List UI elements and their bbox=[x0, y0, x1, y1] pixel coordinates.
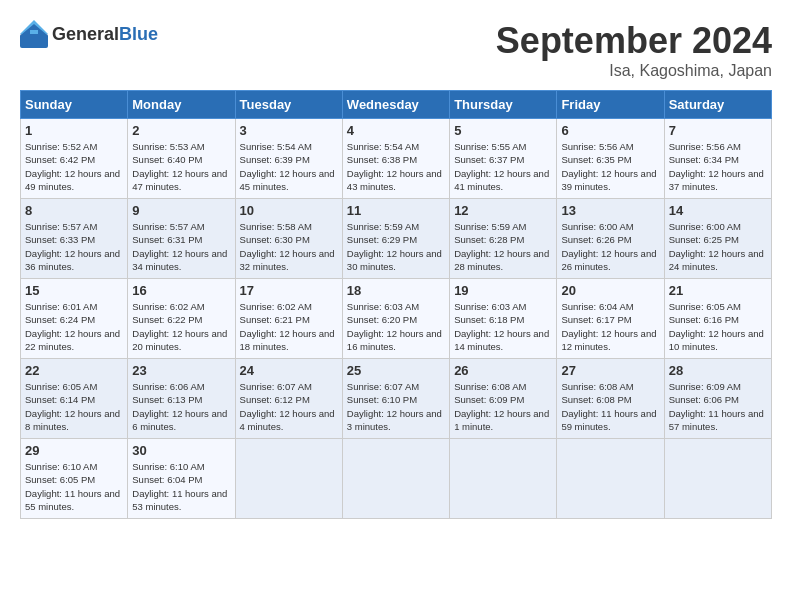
logo-general-text: General bbox=[52, 24, 119, 44]
calendar-header-row: SundayMondayTuesdayWednesdayThursdayFrid… bbox=[21, 91, 772, 119]
calendar-cell bbox=[557, 439, 664, 519]
calendar-cell: 19Sunrise: 6:03 AM Sunset: 6:18 PM Dayli… bbox=[450, 279, 557, 359]
day-info: Sunrise: 5:59 AM Sunset: 6:28 PM Dayligh… bbox=[454, 220, 552, 273]
calendar-cell: 8Sunrise: 5:57 AM Sunset: 6:33 PM Daylig… bbox=[21, 199, 128, 279]
calendar-cell: 25Sunrise: 6:07 AM Sunset: 6:10 PM Dayli… bbox=[342, 359, 449, 439]
calendar-cell: 20Sunrise: 6:04 AM Sunset: 6:17 PM Dayli… bbox=[557, 279, 664, 359]
calendar-cell: 14Sunrise: 6:00 AM Sunset: 6:25 PM Dayli… bbox=[664, 199, 771, 279]
day-info: Sunrise: 6:03 AM Sunset: 6:18 PM Dayligh… bbox=[454, 300, 552, 353]
day-info: Sunrise: 6:00 AM Sunset: 6:25 PM Dayligh… bbox=[669, 220, 767, 273]
calendar-cell: 27Sunrise: 6:08 AM Sunset: 6:08 PM Dayli… bbox=[557, 359, 664, 439]
day-number: 6 bbox=[561, 123, 659, 138]
day-info: Sunrise: 6:05 AM Sunset: 6:16 PM Dayligh… bbox=[669, 300, 767, 353]
calendar-cell: 29Sunrise: 6:10 AM Sunset: 6:05 PM Dayli… bbox=[21, 439, 128, 519]
header-day-wednesday: Wednesday bbox=[342, 91, 449, 119]
calendar-cell: 2Sunrise: 5:53 AM Sunset: 6:40 PM Daylig… bbox=[128, 119, 235, 199]
day-info: Sunrise: 5:57 AM Sunset: 6:33 PM Dayligh… bbox=[25, 220, 123, 273]
day-number: 26 bbox=[454, 363, 552, 378]
logo-blue-text: Blue bbox=[119, 24, 158, 44]
calendar-cell: 4Sunrise: 5:54 AM Sunset: 6:38 PM Daylig… bbox=[342, 119, 449, 199]
day-info: Sunrise: 6:06 AM Sunset: 6:13 PM Dayligh… bbox=[132, 380, 230, 433]
day-info: Sunrise: 5:58 AM Sunset: 6:30 PM Dayligh… bbox=[240, 220, 338, 273]
day-number: 2 bbox=[132, 123, 230, 138]
day-number: 12 bbox=[454, 203, 552, 218]
day-info: Sunrise: 5:56 AM Sunset: 6:35 PM Dayligh… bbox=[561, 140, 659, 193]
calendar-cell: 10Sunrise: 5:58 AM Sunset: 6:30 PM Dayli… bbox=[235, 199, 342, 279]
calendar-cell: 22Sunrise: 6:05 AM Sunset: 6:14 PM Dayli… bbox=[21, 359, 128, 439]
day-number: 23 bbox=[132, 363, 230, 378]
calendar-cell: 21Sunrise: 6:05 AM Sunset: 6:16 PM Dayli… bbox=[664, 279, 771, 359]
title-area: September 2024 Isa, Kagoshima, Japan bbox=[496, 20, 772, 80]
day-info: Sunrise: 6:01 AM Sunset: 6:24 PM Dayligh… bbox=[25, 300, 123, 353]
calendar-cell bbox=[235, 439, 342, 519]
day-info: Sunrise: 5:59 AM Sunset: 6:29 PM Dayligh… bbox=[347, 220, 445, 273]
day-info: Sunrise: 5:54 AM Sunset: 6:38 PM Dayligh… bbox=[347, 140, 445, 193]
logo: GeneralBlue bbox=[20, 20, 158, 48]
day-number: 14 bbox=[669, 203, 767, 218]
day-number: 17 bbox=[240, 283, 338, 298]
day-number: 19 bbox=[454, 283, 552, 298]
calendar-week-row: 29Sunrise: 6:10 AM Sunset: 6:05 PM Dayli… bbox=[21, 439, 772, 519]
svg-rect-0 bbox=[20, 34, 48, 48]
day-number: 20 bbox=[561, 283, 659, 298]
day-number: 7 bbox=[669, 123, 767, 138]
day-info: Sunrise: 5:55 AM Sunset: 6:37 PM Dayligh… bbox=[454, 140, 552, 193]
header-day-sunday: Sunday bbox=[21, 91, 128, 119]
calendar-cell: 1Sunrise: 5:52 AM Sunset: 6:42 PM Daylig… bbox=[21, 119, 128, 199]
day-number: 13 bbox=[561, 203, 659, 218]
calendar-week-row: 1Sunrise: 5:52 AM Sunset: 6:42 PM Daylig… bbox=[21, 119, 772, 199]
day-info: Sunrise: 6:05 AM Sunset: 6:14 PM Dayligh… bbox=[25, 380, 123, 433]
calendar-cell bbox=[450, 439, 557, 519]
calendar-cell: 17Sunrise: 6:02 AM Sunset: 6:21 PM Dayli… bbox=[235, 279, 342, 359]
day-info: Sunrise: 6:10 AM Sunset: 6:05 PM Dayligh… bbox=[25, 460, 123, 513]
day-number: 15 bbox=[25, 283, 123, 298]
day-info: Sunrise: 6:10 AM Sunset: 6:04 PM Dayligh… bbox=[132, 460, 230, 513]
day-info: Sunrise: 6:08 AM Sunset: 6:08 PM Dayligh… bbox=[561, 380, 659, 433]
day-number: 25 bbox=[347, 363, 445, 378]
day-info: Sunrise: 5:52 AM Sunset: 6:42 PM Dayligh… bbox=[25, 140, 123, 193]
day-number: 18 bbox=[347, 283, 445, 298]
calendar-cell: 9Sunrise: 5:57 AM Sunset: 6:31 PM Daylig… bbox=[128, 199, 235, 279]
day-number: 28 bbox=[669, 363, 767, 378]
calendar-cell: 16Sunrise: 6:02 AM Sunset: 6:22 PM Dayli… bbox=[128, 279, 235, 359]
day-number: 16 bbox=[132, 283, 230, 298]
calendar-table: SundayMondayTuesdayWednesdayThursdayFrid… bbox=[20, 90, 772, 519]
calendar-week-row: 15Sunrise: 6:01 AM Sunset: 6:24 PM Dayli… bbox=[21, 279, 772, 359]
header-day-monday: Monday bbox=[128, 91, 235, 119]
location-title: Isa, Kagoshima, Japan bbox=[496, 62, 772, 80]
calendar-cell: 15Sunrise: 6:01 AM Sunset: 6:24 PM Dayli… bbox=[21, 279, 128, 359]
day-number: 24 bbox=[240, 363, 338, 378]
day-info: Sunrise: 5:57 AM Sunset: 6:31 PM Dayligh… bbox=[132, 220, 230, 273]
calendar-cell: 18Sunrise: 6:03 AM Sunset: 6:20 PM Dayli… bbox=[342, 279, 449, 359]
day-info: Sunrise: 6:07 AM Sunset: 6:12 PM Dayligh… bbox=[240, 380, 338, 433]
calendar-cell: 12Sunrise: 5:59 AM Sunset: 6:28 PM Dayli… bbox=[450, 199, 557, 279]
calendar-cell: 26Sunrise: 6:08 AM Sunset: 6:09 PM Dayli… bbox=[450, 359, 557, 439]
day-info: Sunrise: 5:53 AM Sunset: 6:40 PM Dayligh… bbox=[132, 140, 230, 193]
calendar-cell bbox=[342, 439, 449, 519]
calendar-cell: 7Sunrise: 5:56 AM Sunset: 6:34 PM Daylig… bbox=[664, 119, 771, 199]
day-number: 29 bbox=[25, 443, 123, 458]
logo-icon bbox=[20, 20, 48, 48]
day-info: Sunrise: 6:03 AM Sunset: 6:20 PM Dayligh… bbox=[347, 300, 445, 353]
header-day-saturday: Saturday bbox=[664, 91, 771, 119]
calendar-cell: 24Sunrise: 6:07 AM Sunset: 6:12 PM Dayli… bbox=[235, 359, 342, 439]
calendar-cell: 28Sunrise: 6:09 AM Sunset: 6:06 PM Dayli… bbox=[664, 359, 771, 439]
calendar-cell: 13Sunrise: 6:00 AM Sunset: 6:26 PM Dayli… bbox=[557, 199, 664, 279]
calendar-week-row: 8Sunrise: 5:57 AM Sunset: 6:33 PM Daylig… bbox=[21, 199, 772, 279]
month-title: September 2024 bbox=[496, 20, 772, 62]
header-day-thursday: Thursday bbox=[450, 91, 557, 119]
page-header: GeneralBlue September 2024 Isa, Kagoshim… bbox=[20, 20, 772, 80]
calendar-cell: 23Sunrise: 6:06 AM Sunset: 6:13 PM Dayli… bbox=[128, 359, 235, 439]
calendar-cell: 5Sunrise: 5:55 AM Sunset: 6:37 PM Daylig… bbox=[450, 119, 557, 199]
day-number: 5 bbox=[454, 123, 552, 138]
day-number: 1 bbox=[25, 123, 123, 138]
day-info: Sunrise: 5:54 AM Sunset: 6:39 PM Dayligh… bbox=[240, 140, 338, 193]
calendar-cell: 30Sunrise: 6:10 AM Sunset: 6:04 PM Dayli… bbox=[128, 439, 235, 519]
day-number: 3 bbox=[240, 123, 338, 138]
day-number: 8 bbox=[25, 203, 123, 218]
calendar-cell: 3Sunrise: 5:54 AM Sunset: 6:39 PM Daylig… bbox=[235, 119, 342, 199]
day-info: Sunrise: 6:02 AM Sunset: 6:21 PM Dayligh… bbox=[240, 300, 338, 353]
day-number: 30 bbox=[132, 443, 230, 458]
calendar-cell: 6Sunrise: 5:56 AM Sunset: 6:35 PM Daylig… bbox=[557, 119, 664, 199]
day-number: 21 bbox=[669, 283, 767, 298]
